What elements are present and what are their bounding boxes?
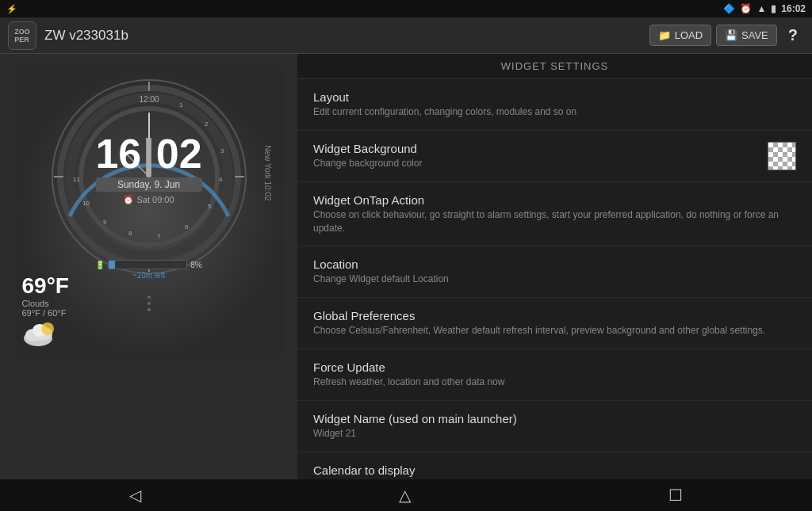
battery-container: 🔋 8% bbox=[86, 260, 213, 269]
settings-item-2[interactable]: Widget OnTap Action Choose on click beha… bbox=[297, 182, 812, 247]
settings-item-title-7: Calendar to display bbox=[313, 463, 796, 477]
load-label: LOAD bbox=[675, 29, 703, 41]
settings-item-text-1: Widget Background Change background colo… bbox=[313, 142, 760, 170]
status-time: 16:02 bbox=[781, 3, 806, 14]
settings-item-desc-5: Refresh weather, location and other data… bbox=[313, 376, 796, 389]
home-button[interactable]: △ bbox=[387, 482, 423, 509]
save-label: SAVE bbox=[741, 29, 768, 41]
battery-icon-widget: 🔋 bbox=[95, 261, 105, 269]
clock-date: Sunday, 9. Jun bbox=[95, 177, 201, 192]
load-button[interactable]: 📁 LOAD bbox=[649, 25, 711, 46]
back-button[interactable]: ◁ bbox=[117, 482, 153, 509]
settings-item-text-4: Global Preferences Choose Celsius/Fahren… bbox=[313, 309, 796, 337]
svg-text:5: 5 bbox=[208, 203, 212, 210]
svg-text:2: 2 bbox=[205, 120, 209, 128]
settings-item-title-6: Widget Name (used on main launcher) bbox=[313, 412, 796, 425]
weather-section: 69°F Clouds 69°F / 60°F bbox=[22, 273, 69, 351]
settings-item-0[interactable]: Layout Edit current configuration, chang… bbox=[297, 79, 812, 131]
settings-item-desc-3: Change Widget default Location bbox=[313, 273, 796, 286]
settings-item-5[interactable]: Force Update Refresh weather, location a… bbox=[297, 349, 812, 401]
color-swatch[interactable] bbox=[768, 142, 796, 170]
alarm-icon: ⏰ bbox=[740, 3, 752, 14]
battery-fill bbox=[109, 261, 115, 269]
main-content: 12:00 1 2 3 4 5 6 7 8 9 10 bbox=[0, 54, 812, 479]
settings-item-desc-7: Arbeit, Aktuell bbox=[313, 479, 796, 479]
settings-item-title-3: Location bbox=[313, 257, 796, 271]
svg-text:7: 7 bbox=[157, 233, 161, 240]
svg-text:6: 6 bbox=[185, 223, 189, 231]
battery-percent: 8% bbox=[190, 261, 201, 269]
clock-alarm: ⏰ Sat 09:00 bbox=[95, 195, 201, 205]
status-bar-left: ⚡ bbox=[6, 4, 17, 14]
battery-bar bbox=[108, 260, 187, 269]
weather-temp: 69°F bbox=[22, 273, 69, 299]
alarm-icon-widget: ⏰ bbox=[123, 195, 134, 204]
widget-inner: 12:00 1 2 3 4 5 6 7 8 9 10 bbox=[14, 66, 284, 359]
settings-item-7[interactable]: Calendar to display Arbeit, Aktuell bbox=[297, 452, 812, 479]
bluetooth-icon: ⚡ bbox=[6, 4, 17, 14]
help-button[interactable]: ? bbox=[782, 26, 804, 44]
settings-item-title-2: Widget OnTap Action bbox=[313, 193, 796, 207]
settings-item-4[interactable]: Global Preferences Choose Celsius/Fahren… bbox=[297, 298, 812, 349]
settings-item-desc-4: Choose Celsius/Fahrenheit, Weather defau… bbox=[313, 324, 796, 337]
header-buttons: 📁 LOAD 💾 SAVE ? bbox=[649, 25, 804, 46]
settings-item-text-5: Force Update Refresh weather, location a… bbox=[313, 360, 796, 389]
widget-preview-panel: 12:00 1 2 3 4 5 6 7 8 9 10 bbox=[0, 54, 297, 479]
dots-decoration bbox=[147, 296, 151, 311]
save-button[interactable]: 💾 SAVE bbox=[716, 25, 777, 46]
svg-point-26 bbox=[41, 322, 54, 335]
settings-item-desc-1: Change background color bbox=[313, 157, 760, 170]
wifi-icon: ▲ bbox=[756, 3, 766, 14]
svg-text:11: 11 bbox=[73, 176, 80, 183]
settings-item-title-4: Global Preferences bbox=[313, 309, 796, 322]
settings-item-text-6: Widget Name (used on main launcher) Widg… bbox=[313, 412, 796, 440]
settings-item-desc-0: Edit current configuration, changing col… bbox=[313, 105, 796, 119]
settings-item-6[interactable]: Widget Name (used on main launcher) Widg… bbox=[297, 401, 812, 452]
weather-icon bbox=[22, 321, 57, 348]
weather-desc: Clouds bbox=[22, 299, 69, 308]
settings-item-desc-6: Widget 21 bbox=[313, 427, 796, 440]
settings-item-text-0: Layout Edit current configuration, chang… bbox=[313, 90, 796, 119]
settings-item-title-5: Force Update bbox=[313, 360, 796, 374]
svg-text:12:00: 12:00 bbox=[139, 95, 159, 104]
widget-frame: 12:00 1 2 3 4 5 6 7 8 9 10 bbox=[14, 66, 284, 359]
svg-text:9: 9 bbox=[103, 219, 107, 226]
battery-note: ~10m left bbox=[86, 271, 213, 280]
settings-panel: WIDGET SETTINGS Layout Edit current conf… bbox=[297, 54, 812, 479]
alarm-time: Sat 09:00 bbox=[136, 195, 174, 204]
clock-hours: 16 bbox=[95, 133, 141, 174]
location-text: New York 10:02 bbox=[263, 145, 272, 200]
save-icon: 💾 bbox=[725, 29, 737, 41]
folder-icon: 📁 bbox=[658, 29, 671, 41]
recent-button[interactable]: ☐ bbox=[657, 482, 695, 509]
app-logo: ZOOPER bbox=[8, 21, 36, 50]
svg-text:8: 8 bbox=[128, 230, 132, 237]
settings-item-title-1: Widget Background bbox=[313, 142, 760, 155]
svg-text:4: 4 bbox=[219, 176, 223, 183]
weather-detail: 69°F / 60°F bbox=[22, 308, 69, 318]
svg-text:1: 1 bbox=[179, 101, 183, 109]
svg-text:10: 10 bbox=[82, 200, 90, 207]
clock-minutes: 02 bbox=[156, 133, 202, 174]
svg-text:3: 3 bbox=[220, 147, 224, 154]
settings-item-1[interactable]: Widget Background Change background colo… bbox=[297, 131, 812, 182]
settings-item-desc-2: Choose on click behaviour, go straight t… bbox=[313, 208, 796, 235]
bottom-navigation: ◁ △ ☐ bbox=[0, 479, 812, 511]
status-bar: ⚡ 🔷 ⏰ ▲ ▮ 16:02 bbox=[0, 0, 812, 17]
settings-header: WIDGET SETTINGS bbox=[297, 54, 812, 79]
settings-item-title-0: Layout bbox=[313, 90, 796, 104]
bluetooth-status-icon: 🔷 bbox=[723, 3, 735, 14]
battery-icon: ▮ bbox=[771, 3, 776, 14]
color-swatch-control[interactable] bbox=[768, 142, 796, 170]
clock-separator: | bbox=[143, 133, 155, 174]
clock-time: 16 | 02 bbox=[95, 133, 201, 174]
settings-list: Layout Edit current configuration, chang… bbox=[297, 79, 812, 479]
status-bar-right: 🔷 ⏰ ▲ ▮ 16:02 bbox=[723, 3, 806, 14]
settings-item-text-3: Location Change Widget default Location bbox=[313, 257, 796, 286]
app-header: ZOOPER ZW v233031b 📁 LOAD 💾 SAVE ? bbox=[0, 17, 812, 54]
settings-item-text-7: Calendar to display Arbeit, Aktuell bbox=[313, 463, 796, 479]
app-title: ZW v233031b bbox=[44, 28, 649, 44]
settings-item-text-2: Widget OnTap Action Choose on click beha… bbox=[313, 193, 796, 235]
settings-item-3[interactable]: Location Change Widget default Location bbox=[297, 246, 812, 298]
